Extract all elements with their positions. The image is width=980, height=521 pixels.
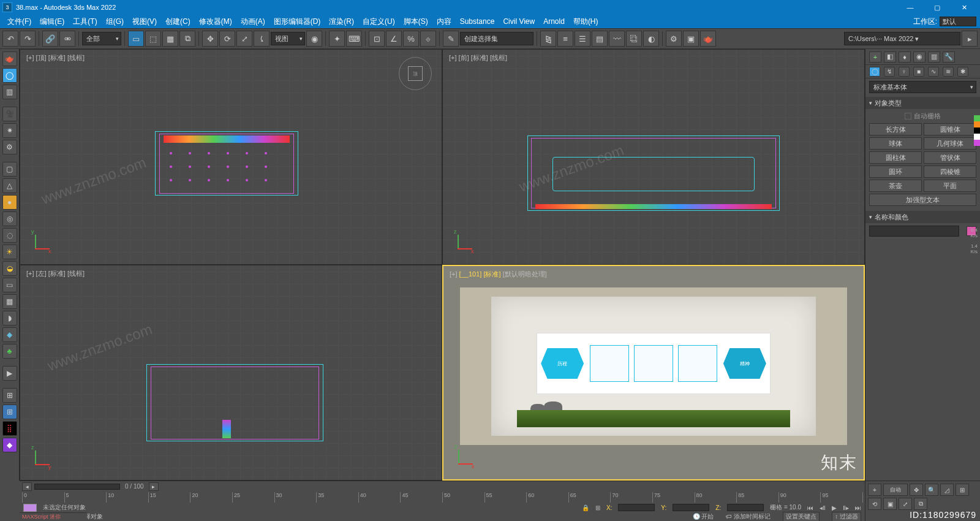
select-button[interactable]: ▭ — [128, 31, 144, 47]
redo-button[interactable]: ↷ — [20, 31, 36, 47]
hemi-icon[interactable]: ◗ — [2, 311, 17, 325]
move-button[interactable]: ✥ — [202, 31, 218, 47]
x-input[interactable] — [618, 504, 655, 511]
toggle-ribbon-button[interactable]: ▤ — [592, 31, 608, 47]
zoom-extents-all-icon[interactable]: ⧉ — [914, 498, 927, 510]
spot-icon[interactable]: ◒ — [2, 261, 17, 276]
systems-icon[interactable]: ✱ — [957, 67, 968, 77]
spinner-snap-button[interactable]: ⟐ — [420, 31, 436, 47]
maximize-button[interactable]: ▢ — [924, 0, 951, 15]
plant-icon[interactable]: ♣ — [2, 344, 17, 359]
menu-group[interactable]: 组(G) — [102, 15, 127, 28]
viewport-left[interactable]: [+] [左] [标准] [线框] zy www.znzmo.com — [20, 265, 442, 481]
align-button[interactable]: ≡ — [557, 31, 573, 47]
lights-icon[interactable]: ♀ — [899, 67, 910, 77]
orbit-icon[interactable]: ⟲ — [868, 498, 881, 510]
path-browse-button[interactable]: ▸ — [962, 31, 978, 47]
render-dock-icon[interactable]: ⚙ — [2, 140, 17, 154]
close-button[interactable]: ✕ — [951, 0, 978, 15]
helpers-icon[interactable]: ∿ — [928, 67, 939, 77]
add-time-tag[interactable]: 🏷 添加时间标记 — [726, 512, 771, 521]
menu-create[interactable]: 创建(C) — [162, 15, 194, 28]
menu-customize[interactable]: 自定义(U) — [359, 15, 399, 28]
menu-help[interactable]: 帮助(H) — [570, 15, 602, 28]
step-back-button[interactable]: ◂Ⅱ — [820, 504, 826, 511]
filter-scope-combo[interactable]: 全部 — [82, 32, 121, 45]
menu-tools[interactable]: 工具(T) — [69, 15, 100, 28]
unlink-button[interactable]: ⚮ — [59, 31, 75, 47]
goto-start-button[interactable]: ⏮ — [807, 504, 813, 511]
render-setup-button[interactable]: ⚙ — [666, 31, 682, 47]
display-icon[interactable]: ▥ — [2, 85, 17, 99]
zoom-all-icon[interactable]: ⊞ — [956, 484, 969, 496]
viewport-front[interactable]: [+] [前] [标准] [线框] zx www.znzmo.com — [442, 49, 865, 265]
menu-render[interactable]: 渲染(R) — [325, 15, 358, 28]
ref-coord-combo[interactable]: 视图 — [271, 32, 305, 45]
zoom-icon[interactable]: 🔍 — [925, 484, 938, 496]
plane-button[interactable]: 平面 — [924, 180, 976, 192]
goto-end-button[interactable]: ⏭ — [855, 504, 861, 511]
stats-icon[interactable]: ⣿ — [2, 421, 17, 436]
viewport-perspective[interactable]: 历程 精神 [+] [__101] [标准] [默认明暗处理] zx 知末 — [442, 265, 865, 481]
tube-dock-icon[interactable]: ◎ — [2, 211, 17, 226]
time-slider-prev[interactable]: ◂ — [22, 482, 32, 491]
lock-icon[interactable]: 🔒 — [582, 504, 589, 511]
rock-icon[interactable]: ◆ — [2, 327, 17, 342]
grid-dock-icon[interactable]: ▦ — [2, 294, 17, 309]
cone-dock-icon[interactable]: △ — [2, 178, 17, 193]
teapot-button[interactable]: 茶壶 — [869, 180, 922, 192]
project-path-field[interactable]: C:\Users\··· Max 2022 ▾ — [844, 32, 960, 45]
select-window-button[interactable]: ▦ — [162, 31, 178, 47]
time-slider-next[interactable]: ▸ — [149, 482, 159, 491]
named-selection-combo[interactable]: 创建选择集 — [460, 32, 533, 45]
pan-icon[interactable]: ✥ — [910, 484, 923, 496]
menu-script[interactable]: 脚本(S) — [400, 15, 432, 28]
link-button[interactable]: 🔗 — [42, 31, 58, 47]
area-icon[interactable]: ▭ — [2, 278, 17, 292]
hierarchy-tab-icon[interactable]: ♦ — [899, 51, 911, 63]
sphere-icon[interactable]: ◯ — [2, 68, 17, 83]
cylinder-button[interactable]: 圆柱体 — [869, 151, 922, 164]
iso-icon[interactable]: ⊞ — [2, 388, 17, 403]
viewcube-icon[interactable]: 顶 — [399, 57, 432, 90]
sphere-button[interactable]: 球体 — [869, 137, 922, 150]
maximize-viewport-icon[interactable]: ▣ — [883, 498, 897, 510]
fov-icon[interactable]: ◿ — [940, 484, 954, 496]
menu-modifier[interactable]: 修改器(M) — [195, 15, 236, 28]
mirror-button[interactable]: ⧎ — [540, 31, 556, 47]
menu-view[interactable]: 视图(V) — [129, 15, 160, 28]
rollout-name-color[interactable]: 名称和颜色 — [865, 211, 980, 223]
selection-lock-indicator[interactable] — [23, 504, 37, 512]
menu-graph[interactable]: 图形编辑器(D) — [270, 15, 325, 28]
curve-editor-button[interactable]: 〰 — [609, 31, 625, 47]
layers-button[interactable]: ☰ — [575, 31, 590, 47]
placement-button[interactable]: ⤹ — [254, 31, 270, 47]
motion-tab-icon[interactable]: ◉ — [913, 51, 925, 63]
auto-key-button[interactable]: 自动 — [883, 484, 908, 496]
z-input[interactable] — [727, 504, 764, 511]
cube-dock-icon[interactable]: ▢ — [2, 162, 17, 177]
play-button[interactable]: ▶ — [832, 504, 837, 511]
keyboard-button[interactable]: ⌨ — [346, 31, 362, 47]
y-input[interactable] — [673, 504, 709, 511]
cone-button[interactable]: 圆锥体 — [924, 123, 976, 135]
scale-button[interactable]: ⤢ — [236, 31, 252, 47]
menu-content[interactable]: 内容 — [433, 15, 455, 28]
begin-tag-label[interactable]: 🕓 开始 — [693, 512, 714, 521]
workspace-selector[interactable] — [940, 17, 976, 26]
select-crossing-button[interactable]: ⧉ — [179, 31, 195, 47]
menu-arnold[interactable]: Arnold — [540, 16, 568, 27]
modify-tab-icon[interactable]: ◧ — [884, 51, 896, 63]
geosphere-button[interactable]: 几何球体 — [924, 137, 976, 150]
torus-button[interactable]: 圆环 — [869, 165, 922, 178]
rotate-button[interactable]: ⟳ — [219, 31, 235, 47]
torus-dock-icon[interactable]: ◌ — [2, 228, 17, 243]
object-name-input[interactable] — [869, 226, 959, 237]
key-filters[interactable]: ↕ 过滤器 — [832, 512, 861, 521]
schematic-button[interactable]: ⿻ — [626, 31, 642, 47]
select-rect-button[interactable]: ⬚ — [145, 31, 161, 47]
tube-button[interactable]: 管状体 — [924, 151, 976, 164]
maxscript-mini[interactable]: MAXScript 迷你 — [20, 512, 87, 521]
geometry-icon[interactable]: ◯ — [869, 67, 880, 77]
angle-snap-button[interactable]: ∠ — [386, 31, 402, 47]
